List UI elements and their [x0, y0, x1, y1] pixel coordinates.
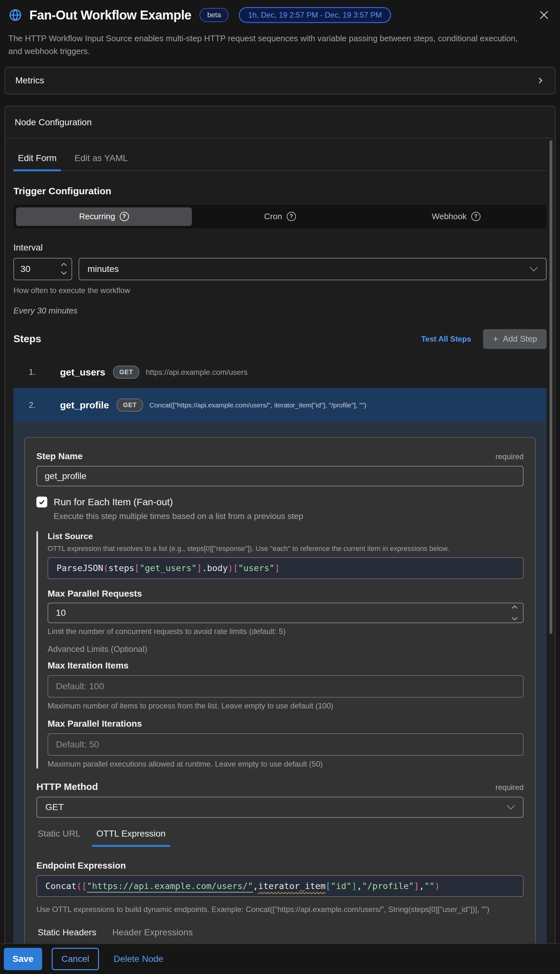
- max-iteration-items-input[interactable]: [48, 675, 523, 698]
- plus-icon: [493, 334, 498, 344]
- step-name: get_users: [60, 367, 105, 378]
- required-badge: required: [495, 783, 523, 792]
- max-iteration-items-help: Maximum number of items to process from …: [48, 702, 523, 710]
- help-icon: [287, 212, 296, 221]
- segment-webhook[interactable]: Webhook: [368, 207, 544, 226]
- save-button[interactable]: Save: [4, 948, 42, 970]
- segment-label: Cron: [264, 212, 282, 221]
- tab-header-expressions[interactable]: Header Expressions: [112, 927, 193, 945]
- add-step-button[interactable]: Add Step: [483, 329, 547, 349]
- trigger-type-segmented-control: Recurring Cron Webhook: [13, 205, 547, 229]
- step-index: 1.: [29, 367, 47, 377]
- step-url: https://api.example.com/users: [146, 368, 247, 377]
- interval-summary: Every 30 minutes: [13, 306, 547, 316]
- headers-mode-tabs: Static Headers Header Expressions: [37, 927, 523, 945]
- fan-out-label: Run for Each Item (Fan-out): [53, 496, 173, 508]
- endpoint-expression-label: Endpoint Expression: [37, 860, 523, 871]
- add-step-label: Add Step: [503, 334, 537, 344]
- close-icon[interactable]: [538, 8, 550, 22]
- selected-option: minutes: [87, 264, 119, 274]
- metrics-label: Metrics: [15, 75, 44, 86]
- step-name-input[interactable]: [37, 466, 523, 486]
- edit-mode-tabs: Edit Form Edit as YAML: [13, 153, 547, 171]
- tab-edit-as-yaml[interactable]: Edit as YAML: [74, 153, 128, 170]
- fan-out-help: Execute this step multiple times based o…: [53, 511, 523, 521]
- tab-static-headers[interactable]: Static Headers: [38, 927, 97, 945]
- endpoint-expression-help: Use OTTL expressions to build dynamic en…: [37, 902, 523, 917]
- http-method-select[interactable]: GET: [37, 797, 523, 818]
- panel-title: Node Configuration: [5, 107, 555, 138]
- endpoint-expression-input[interactable]: Concat(["https://api.example.com/users/"…: [37, 875, 523, 897]
- max-parallel-iterations-input[interactable]: [48, 733, 523, 756]
- list-source-help: OTTL expression that resolves to a list …: [48, 545, 523, 553]
- selected-option: GET: [45, 802, 64, 812]
- chevron-down-icon: [507, 805, 515, 810]
- step-name-label: Step Name: [37, 451, 83, 461]
- max-parallel-requests-label: Max Parallel Requests: [48, 589, 523, 599]
- page-title: Fan-Out Workflow Example: [29, 8, 191, 22]
- footer-action-bar: Save Cancel Delete Node: [0, 943, 560, 974]
- tab-edit-form[interactable]: Edit Form: [18, 153, 57, 170]
- step-row-get-profile[interactable]: 2. get_profile GET Concat(["https://api.…: [13, 388, 547, 423]
- step-row-get-users[interactable]: 1. get_users GET https://api.example.com…: [13, 357, 547, 388]
- http-method-label: HTTP Method: [37, 781, 98, 792]
- globe-icon: [8, 8, 22, 22]
- tab-static-url[interactable]: Static URL: [38, 829, 80, 846]
- beta-badge: beta: [200, 8, 228, 22]
- modal-header: Fan-Out Workflow Example beta 1h, Dec, 1…: [0, 0, 560, 23]
- fan-out-settings-group: List Source OTTL expression that resolve…: [37, 531, 523, 769]
- time-range-badge[interactable]: 1h, Dec, 19 2:57 PM - Dec, 19 3:57 PM: [239, 7, 391, 23]
- tab-ottl-expression[interactable]: OTTL Expression: [97, 829, 166, 846]
- workflow-description: The HTTP Workflow Input Source enables m…: [0, 23, 530, 58]
- list-source-expression-input[interactable]: ParseJSON(steps["get_users"].body)["user…: [48, 557, 523, 579]
- chevron-down-icon[interactable]: [512, 617, 518, 621]
- method-badge: GET: [113, 366, 140, 379]
- step-form-card: Step Name required Run for Each Item (Fa…: [24, 437, 536, 974]
- max-parallel-iterations-label: Max Parallel Iterations: [48, 719, 523, 729]
- method-badge: GET: [117, 398, 143, 412]
- number-stepper: [61, 263, 67, 275]
- required-badge: required: [495, 452, 523, 461]
- chevron-up-icon[interactable]: [512, 605, 518, 609]
- interval-label: Interval: [13, 242, 547, 253]
- test-all-steps-link[interactable]: Test All Steps: [421, 334, 471, 344]
- segment-cron[interactable]: Cron: [192, 207, 368, 226]
- advanced-limits-label: Advanced Limits (Optional): [48, 644, 523, 654]
- step-index: 2.: [29, 400, 47, 410]
- trigger-configuration-heading: Trigger Configuration: [13, 185, 547, 197]
- help-icon: [120, 212, 129, 221]
- chevron-down-icon[interactable]: [61, 271, 67, 275]
- number-stepper: [512, 617, 518, 621]
- max-parallel-requests-help: Limit the number of concurrent requests …: [48, 627, 523, 636]
- chevron-down-icon: [529, 267, 538, 272]
- url-mode-tabs: Static URL OTTL Expression: [37, 829, 523, 847]
- max-iteration-items-label: Max Iteration Items: [48, 660, 523, 671]
- cancel-button[interactable]: Cancel: [52, 948, 99, 970]
- fan-out-checkbox[interactable]: [37, 496, 47, 508]
- fan-out-checkbox-row[interactable]: Run for Each Item (Fan-out): [37, 496, 523, 508]
- help-icon: [471, 212, 480, 221]
- steps-heading: Steps: [13, 333, 41, 345]
- list-source-label: List Source: [48, 531, 523, 541]
- chevron-up-icon[interactable]: [61, 263, 67, 267]
- segment-label: Webhook: [432, 212, 467, 221]
- delete-node-link[interactable]: Delete Node: [114, 954, 163, 964]
- metrics-section-toggle[interactable]: Metrics: [5, 67, 555, 94]
- check-icon: [38, 498, 46, 506]
- interval-unit-select[interactable]: minutes: [78, 258, 547, 280]
- node-configuration-panel: Node Configuration Edit Form Edit as YAM…: [5, 106, 555, 974]
- segment-recurring[interactable]: Recurring: [16, 207, 192, 226]
- step-expression: Concat(["https://api.example.com/users/"…: [149, 401, 366, 409]
- chevron-right-icon: [536, 76, 545, 85]
- divider: [5, 138, 555, 139]
- step-name: get_profile: [60, 400, 109, 411]
- scrollbar[interactable]: [550, 140, 552, 634]
- number-stepper: [512, 605, 518, 609]
- interval-help: How often to execute the workflow: [13, 286, 547, 295]
- step-detail-panel: Step Name required Run for Each Item (Fa…: [13, 423, 547, 974]
- max-parallel-requests-input[interactable]: [48, 603, 523, 623]
- segment-label: Recurring: [79, 212, 115, 221]
- max-parallel-iterations-help: Maximum parallel executions allowed at r…: [48, 760, 523, 769]
